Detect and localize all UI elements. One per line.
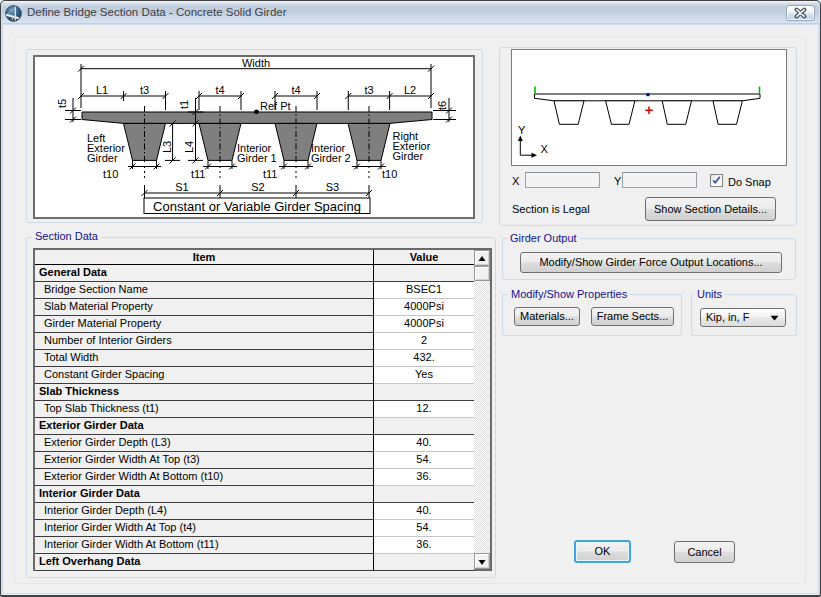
svg-text:L4: L4 <box>183 141 195 153</box>
svg-text:Girder 1: Girder 1 <box>237 152 277 164</box>
svg-text:t10: t10 <box>382 168 397 180</box>
svg-text:t4: t4 <box>215 84 224 96</box>
svg-text:t3: t3 <box>140 84 149 96</box>
svg-text:L3: L3 <box>161 141 173 153</box>
svg-text:X: X <box>541 143 549 155</box>
svg-text:S2: S2 <box>251 181 264 193</box>
svg-text:t6: t6 <box>436 101 448 110</box>
svg-text:Ref Pt: Ref Pt <box>260 100 291 112</box>
svg-text:t5: t5 <box>56 99 68 108</box>
svg-text:S3: S3 <box>326 181 339 193</box>
svg-text:Constant or Variable Girder Sp: Constant or Variable Girder Spacing <box>153 199 361 214</box>
svg-text:Girder 2: Girder 2 <box>311 152 351 164</box>
svg-text:t4: t4 <box>291 84 300 96</box>
svg-text:t3: t3 <box>364 84 373 96</box>
svg-text:Y: Y <box>518 124 526 136</box>
svg-text:t1: t1 <box>178 100 190 109</box>
svg-text:t10: t10 <box>103 168 118 180</box>
svg-text:Girder: Girder <box>87 152 118 164</box>
svg-text:S1: S1 <box>175 181 188 193</box>
svg-text:L1: L1 <box>96 84 108 96</box>
svg-text:t11: t11 <box>191 168 205 180</box>
svg-text:L2: L2 <box>404 84 416 96</box>
svg-text:Width: Width <box>242 57 270 69</box>
svg-text:Girder: Girder <box>393 150 424 162</box>
svg-text:t11: t11 <box>263 168 277 180</box>
